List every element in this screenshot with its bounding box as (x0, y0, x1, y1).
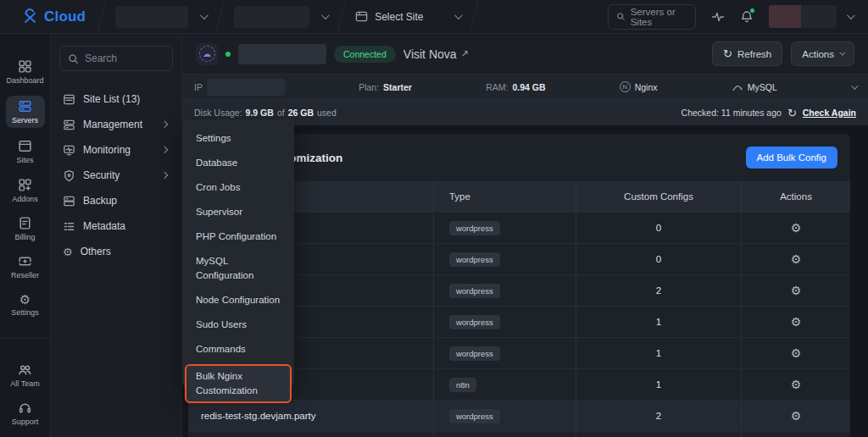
row-settings-gear-icon[interactable]: ⚙ (791, 316, 802, 328)
team-selector-dropdown[interactable] (102, 0, 220, 33)
subnav-label: Site List (13) (83, 93, 170, 105)
menu-item-database[interactable]: Database (182, 151, 294, 175)
subnav-item-backup[interactable]: Backup (59, 188, 173, 213)
info-expand-chevron-icon[interactable] (851, 82, 858, 89)
sidebar-item-sites[interactable]: Sites (6, 137, 45, 166)
sidebar-label: Dashboard (6, 76, 43, 85)
custom-configs-count: 1 (576, 338, 741, 368)
site-name: redis-test-stg.devjam.party (188, 401, 433, 431)
sidebar-item-all-team[interactable]: All Team (6, 361, 45, 390)
actions-button[interactable]: Actions (791, 41, 854, 66)
subnav-item-security[interactable]: Security (59, 163, 173, 188)
menu-item-php-configuration[interactable]: PHP Configuration (182, 224, 294, 249)
server-header: ☁ Connected Visit Nova ↗ ↻ Refresh Actio… (182, 34, 868, 75)
site-type-badge: wordpress (449, 346, 500, 361)
row-settings-gear-icon[interactable]: ⚙ (791, 222, 802, 234)
xcloud-logo[interactable]: Cloud (0, 8, 101, 26)
topbar: Cloud Select Site (0, 0, 868, 34)
subnav-label: Metadata (83, 220, 170, 232)
row-settings-gear-icon[interactable]: ⚙ (791, 410, 802, 422)
monitoring-screen-icon (63, 144, 75, 157)
server-selector-dropdown[interactable] (220, 0, 341, 33)
sub-search-placeholder: Search (85, 53, 117, 64)
chevron-right-icon (160, 121, 167, 128)
menu-item-bulk-nginx-customization annotation-highlight[interactable]: Bulk Nginx Customization (185, 364, 292, 403)
check-again-link[interactable]: Check Again (803, 108, 856, 118)
server-settings-dropdown-menu: Settings Database Cron Jobs Supervisor P… (182, 119, 294, 387)
activity-pulse-icon[interactable] (711, 10, 725, 24)
chevron-right-icon (160, 147, 167, 153)
user-menu[interactable] (769, 5, 853, 28)
backup-database-icon (63, 195, 75, 207)
menu-item-sudo-users[interactable]: Sudo Users (182, 313, 294, 337)
menu-item-settings[interactable]: Settings (182, 126, 294, 151)
table-row[interactable]: redis-test-stg.devjam.party wordpress 2 … (188, 400, 850, 431)
chevron-down-icon (847, 11, 855, 19)
dashboard-grid-icon (18, 59, 32, 74)
chevron-down-icon (321, 11, 330, 19)
subnav-item-management[interactable]: Management (59, 112, 173, 137)
menu-item-supervisor[interactable]: Supervisor (182, 200, 294, 224)
subnav-label: Management (83, 119, 154, 130)
sites-window-icon (18, 139, 32, 153)
custom-configs-count: 0 (576, 244, 741, 274)
site-type-badge: n8n (449, 378, 476, 392)
row-settings-gear-icon[interactable]: ⚙ (791, 285, 802, 296)
plan-segment: Plan: Starter (359, 82, 412, 92)
status-badge: Connected (334, 46, 396, 63)
select-site-dropdown[interactable]: Select Site (342, 0, 473, 33)
menu-item-mysql-configuration[interactable]: MySQL Configuration (182, 249, 294, 288)
menu-item-cron-jobs[interactable]: Cron Jobs (182, 175, 294, 200)
refresh-button[interactable]: ↻ Refresh (712, 41, 782, 66)
row-settings-gear-icon[interactable]: ⚙ (791, 379, 802, 390)
sidebar-label: Support (12, 418, 39, 426)
notifications-button[interactable] (740, 10, 754, 24)
row-settings-gear-icon[interactable]: ⚙ (791, 347, 802, 359)
sidebar-item-dashboard[interactable]: Dashboard (6, 58, 45, 86)
sidebar-item-addons[interactable]: Addons (6, 176, 45, 205)
site-type-badge: wordpress (449, 315, 500, 329)
chevron-down-icon (839, 50, 845, 56)
table-row-partial (188, 431, 850, 437)
sidebar-item-support[interactable]: Support (6, 399, 45, 428)
sidebar-divider (0, 338, 51, 339)
sidebar-label: Addons (12, 195, 38, 203)
refresh-icon: ↻ (787, 107, 797, 119)
nginx-icon: N (620, 81, 631, 92)
billing-receipt-icon (18, 216, 32, 230)
sidebar-label: Settings (11, 308, 39, 317)
mysql-dolphin-icon (732, 81, 743, 93)
sidebar-item-reseller[interactable]: Reseller (6, 252, 45, 281)
subnav-item-metadata[interactable]: Metadata (59, 213, 173, 239)
servers-stack-icon (18, 99, 32, 113)
add-bulk-config-button[interactable]: Add Bulk Config (746, 147, 837, 169)
search-placeholder: Servers or Sites (631, 7, 687, 27)
gear-icon: ⚙ (63, 246, 73, 257)
provider-cloud-glyph: ☁ (203, 50, 211, 58)
team-people-icon (18, 362, 32, 377)
security-shield-icon (63, 169, 75, 182)
custom-configs-count: 2 (576, 401, 741, 431)
sub-sidebar-search-input[interactable]: Search (59, 46, 173, 71)
app-window: Cloud Select Site (0, 0, 868, 437)
chevron-down-icon (200, 11, 209, 19)
sidebar-label: Reseller (11, 271, 39, 279)
menu-item-node-configuration[interactable]: Node Configuration (182, 288, 294, 313)
subnav-item-site-list[interactable]: Site List (13) (59, 86, 173, 112)
global-search-input[interactable]: Servers or Sites (608, 4, 696, 30)
sidebar-item-settings[interactable]: ⚙ Settings (6, 290, 45, 319)
search-icon (68, 53, 79, 64)
custom-configs-count: 1 (576, 369, 741, 400)
subnav-item-others[interactable]: ⚙ Others (59, 239, 173, 264)
site-type-badge: wordpress (449, 409, 500, 423)
web-server-segment: N Nginx (620, 81, 658, 92)
menu-item-commands[interactable]: Commands (182, 337, 294, 362)
row-settings-gear-icon[interactable]: ⚙ (791, 253, 802, 265)
subnav-item-monitoring[interactable]: Monitoring (59, 137, 173, 163)
column-header-type: Type (433, 181, 576, 212)
visit-site-link[interactable]: Visit Nova ↗ (403, 47, 469, 61)
custom-configs-count: 2 (576, 275, 741, 306)
sidebar-item-servers[interactable]: Servers (6, 96, 45, 128)
disk-checked-text: Checked: 11 minutes ago (682, 108, 782, 118)
sidebar-item-billing[interactable]: Billing (6, 214, 45, 243)
